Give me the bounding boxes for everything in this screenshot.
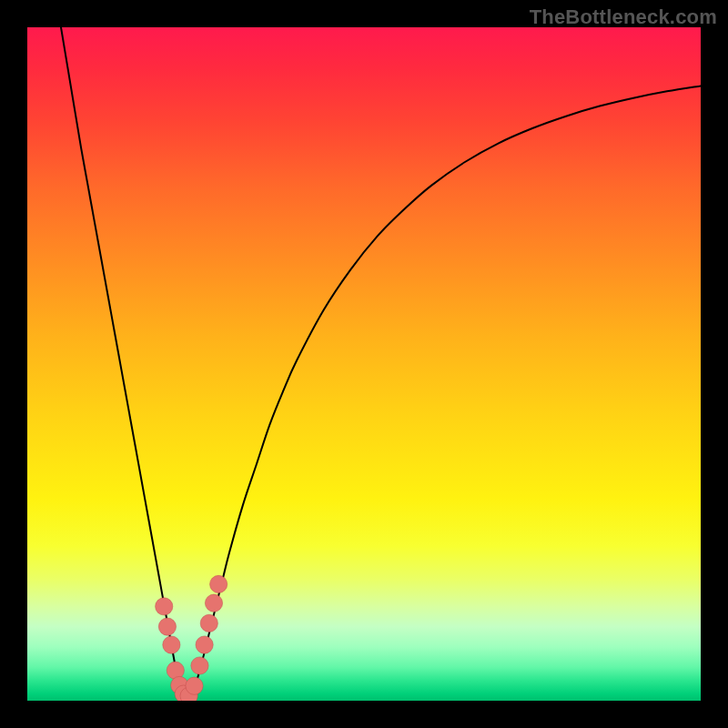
plot-area <box>27 27 701 701</box>
highlight-dot <box>196 636 213 653</box>
highlight-dot <box>158 618 176 635</box>
highlight-dot <box>163 636 180 653</box>
curve-group <box>61 27 701 699</box>
highlight-dot <box>200 614 217 632</box>
watermark-text: TheBottleneck.com <box>530 5 717 29</box>
marker-group <box>156 575 228 701</box>
chart-frame: TheBottleneck.com <box>0 0 728 728</box>
curve-svg <box>27 27 701 701</box>
highlight-dot <box>156 598 173 615</box>
highlight-dot <box>186 677 203 694</box>
bottleneck-curve <box>61 27 701 699</box>
highlight-dot <box>191 657 208 674</box>
highlight-dot <box>210 575 228 592</box>
highlight-dot <box>205 594 222 612</box>
